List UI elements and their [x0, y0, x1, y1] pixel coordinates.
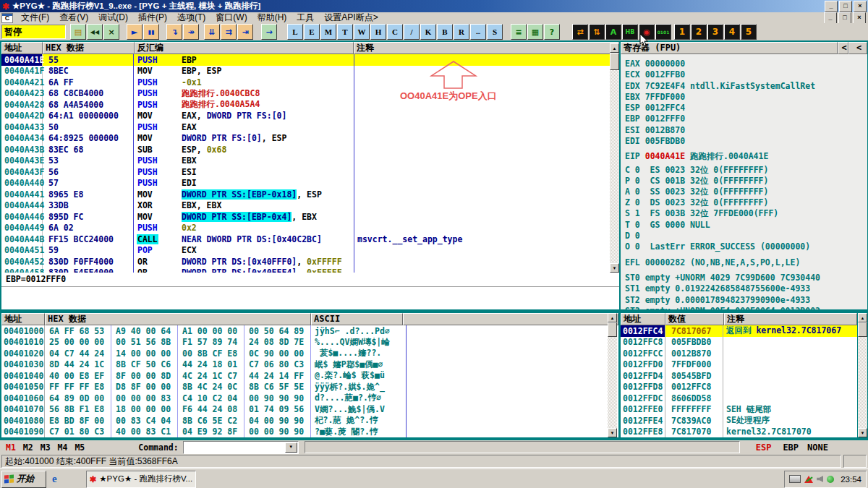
stack-row[interactable]: 0012FFE0FFFFFFFFSEH 链尾部 — [621, 404, 857, 416]
flag-o-lasterr[interactable]: O 0 LastErr ERROR_SUCCESS (00000000) — [625, 241, 810, 252]
disasm-row[interactable]: 0040A4496A 02PUSH0x2 — [1, 223, 619, 234]
scroll-down-icon[interactable]: ▼ — [858, 428, 867, 437]
disasm-row[interactable]: 0040A43F56PUSHESI — [1, 166, 619, 178]
collapse-left-icon[interactable]: < — [838, 42, 848, 54]
disasm-row[interactable]: 0040A45159POPECX — [1, 245, 619, 257]
register-st1[interactable]: ST1 empty 0.0192242685848755600e-4933 — [625, 283, 810, 294]
stack-row[interactable]: 0012FFD07FFDF000 — [621, 359, 857, 371]
flag-d[interactable]: D 0 — [625, 231, 640, 241]
flag-s-segment-fs[interactable]: S 1 FS 003B 32位 7FFDE000(FFF) — [625, 208, 778, 219]
hardware-breakpoint-button[interactable]: HB — [622, 24, 638, 40]
mdi-child-icon[interactable]: C — [1, 13, 13, 23]
flag-c-segment-es[interactable]: C 0 ES 0023 32位 0(FFFFFFFF) — [625, 165, 768, 176]
menu-item-7[interactable]: 工具 — [292, 12, 319, 22]
stack-row[interactable]: 0012FFCC0012B870 — [621, 348, 857, 359]
mdi-minimize-icon[interactable]: _ — [824, 12, 837, 24]
dump-row[interactable]: 0040106064 89 0D 0000 00 00 83C4 10 C2 0… — [1, 393, 618, 404]
register-ecx[interactable]: ECX 0012FFB0 — [625, 69, 685, 80]
disasm-row[interactable]: 0040A4216A FFPUSH-0x1 — [1, 77, 619, 88]
dump-row[interactable]: 00401080E8 BD 8F 0000 83 C4 048B C6 5E C… — [1, 415, 618, 427]
disasm-row[interactable]: 0040A44057PUSHEDI — [1, 178, 619, 189]
disasm-row[interactable]: 0040A446895D FCMOVDWORD PTR SS:[EBP-0x4]… — [1, 211, 619, 223]
disasm-row[interactable]: 0040A458830D F4FF4000ORDWORD PTR DS:[0x4… — [1, 267, 619, 273]
flag-p-segment-cs[interactable]: P 0 CS 001B 32位 0(FFFFFFFF) — [625, 176, 768, 187]
scroll-down-icon[interactable]: ▼ — [610, 263, 619, 273]
dump-row[interactable]: 0040107056 8B F1 E818 00 00 00F6 44 24 0… — [1, 404, 618, 416]
panel-memory-button[interactable]: M — [320, 24, 336, 40]
step-into-button[interactable]: ↴ — [166, 24, 182, 40]
memory-mark-M5[interactable]: M5 — [75, 442, 85, 453]
dump-row[interactable]: 0040102004 C7 44 2414 00 00 0000 8B CF E… — [1, 348, 618, 359]
binary-button[interactable]: 0101 — [655, 24, 671, 40]
execute-till-return-button[interactable]: ⇥ — [237, 24, 253, 40]
register-st0[interactable]: ST0 empty +UNORM 4029 7C99D600 7C930440 — [625, 273, 820, 283]
disasm-row[interactable]: 0040A43350PUSHEAX — [1, 121, 619, 133]
chevron-down-icon[interactable]: ▼ — [285, 442, 297, 453]
scroll-thumb[interactable] — [608, 322, 617, 337]
go-to-address-button[interactable]: → — [261, 24, 277, 40]
mdi-close-icon[interactable]: × — [853, 12, 866, 24]
memory-mark-M1[interactable]: M1 — [6, 442, 16, 453]
pause-button[interactable]: ▮▮ — [143, 24, 159, 40]
panel-log-button[interactable]: L — [287, 24, 303, 40]
panel-threads-button[interactable]: T — [337, 24, 353, 40]
open-file-button[interactable]: ▤ — [70, 24, 86, 40]
scroll-up-icon[interactable]: ▲ — [608, 313, 617, 322]
dump-row[interactable]: 00401090C7 01 80 C340 00 83 C104 E9 92 8… — [1, 427, 618, 438]
register-esi[interactable]: ESI 0012B870 — [625, 125, 685, 135]
taskbar-task-ollydbg[interactable]: ✱ ★PYG★ - 跑跑排行榜V... — [86, 471, 196, 488]
stack-row[interactable]: 0012FFE47C839AC0SE处理程序 — [621, 415, 857, 427]
menu-item-2[interactable]: 调试(D) — [93, 12, 133, 22]
step-over-button[interactable]: ↠ — [183, 24, 199, 40]
dump-row[interactable]: 004010006A FF 68 53A9 40 00 64A1 00 00 0… — [1, 325, 618, 337]
disasm-row[interactable]: 0040A43B83EC 68SUBESP, 0x68 — [1, 144, 619, 155]
disasm-row[interactable]: 0040A452830D F0FF4000ORDWORD PTR DS:[0x4… — [1, 256, 619, 267]
breakpoint-3-button[interactable]: 3 — [707, 24, 723, 40]
disasm-row[interactable]: 0040A42868 A4A54000PUSH跑跑排行.0040A5A4 — [1, 99, 619, 111]
register-efl[interactable]: EFL 00000282 (NO,NB,NE,A,S,PO,L,LE) — [625, 257, 800, 267]
disasm-row[interactable]: 0040A43464:8925 000000MOVDWORD PTR FS:[0… — [1, 133, 619, 145]
register-ebp[interactable]: EBP 0012FFF0 — [625, 114, 685, 124]
volume-icon[interactable] — [817, 476, 823, 482]
disasm-row[interactable]: 0040A42D64:A1 00000000MOVEAX, DWORD PTR … — [1, 111, 619, 122]
stack-row[interactable]: 0012FFD480545BFD — [621, 370, 857, 382]
menu-item-8[interactable]: 设置API断点> — [319, 12, 383, 22]
panel-cpu-button[interactable]: C — [387, 24, 403, 40]
disasm-row[interactable]: 0040A4418965 E8MOVDWORD PTR SS:[EBP-0x18… — [1, 189, 619, 200]
panel-patches-button[interactable]: / — [404, 24, 420, 40]
register-eax[interactable]: EAX 00000000 — [625, 59, 685, 69]
disasm-row[interactable]: 0040A42368 C8CB4000PUSH跑跑排行.0040CBC8 — [1, 88, 619, 100]
stack-row[interactable]: 0012FFDC8606DD58 — [621, 393, 857, 404]
run-button[interactable]: ► — [127, 24, 142, 40]
close-program-button[interactable]: × — [103, 24, 119, 40]
breakpoint-5-button[interactable]: 5 — [741, 24, 757, 40]
menu-item-0[interactable]: 文件(F) — [16, 12, 54, 22]
keyboard-layout-icon[interactable] — [789, 475, 801, 483]
trace-over-button[interactable]: ⇉ — [221, 24, 237, 40]
scroll-down-icon[interactable]: ▼ — [608, 428, 617, 437]
panel-references-button[interactable]: R — [454, 24, 469, 40]
register-edx[interactable]: EDX 7C92E4F4 ntdll.KiFastSystemCallRet — [625, 81, 815, 91]
menu-item-1[interactable]: 查看(V) — [54, 12, 93, 22]
antivirus-icon[interactable] — [827, 476, 834, 483]
menu-item-5[interactable]: 窗口(W) — [210, 12, 252, 22]
stack-row[interactable]: 0012FFD80012FFC8 — [621, 382, 857, 393]
register-ebx[interactable]: EBX 7FFDF000 — [625, 92, 685, 102]
stack-row[interactable]: 0012FFC47C817067返回到 kernel32.7C817067 — [621, 325, 857, 337]
disasm-row[interactable]: 0040A43E53PUSHEBX — [1, 155, 619, 167]
register-eip[interactable]: EIP 0040A41E 跑跑排行.0040A41E — [625, 151, 768, 162]
start-button[interactable]: 开始 — [1, 471, 46, 488]
disasm-row[interactable]: 0040A41E55PUSHEBP — [1, 54, 619, 66]
memory-mark-M2[interactable]: M2 — [23, 442, 33, 453]
close-icon[interactable]: × — [854, 1, 867, 12]
command-input[interactable]: ▼ — [183, 441, 299, 454]
log-options-button[interactable]: ≡ — [511, 24, 527, 40]
scroll-thumb[interactable] — [858, 322, 867, 337]
swap-arrows-button[interactable]: ⇄ — [572, 24, 588, 40]
help-button[interactable]: ? — [544, 24, 560, 40]
flag-t-segment-gs[interactable]: T 0 GS 0000 NULL — [625, 220, 710, 230]
menu-item-4[interactable]: 选项(T) — [172, 12, 210, 22]
dump-scrollbar[interactable]: ▲ ▼ — [608, 313, 617, 437]
menu-item-3[interactable]: 插件(P) — [133, 12, 172, 22]
updown-arrows-button[interactable]: ⇅ — [589, 24, 605, 40]
